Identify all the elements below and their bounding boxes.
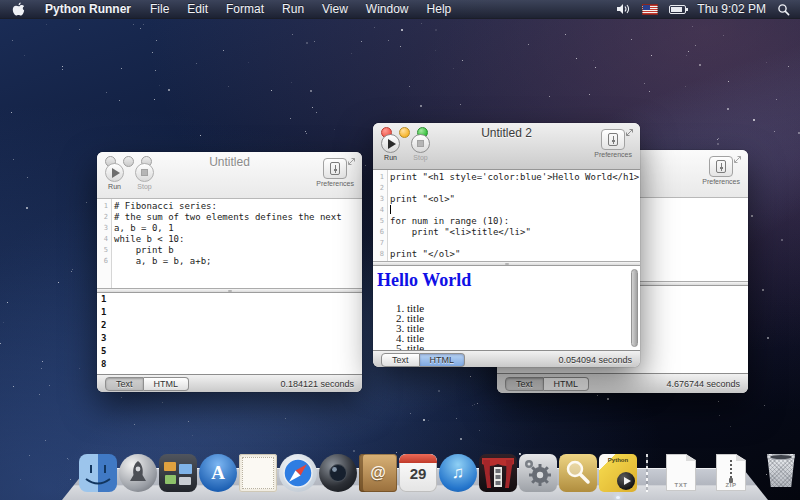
code-line: print "<ol>" bbox=[386, 194, 455, 205]
stop-button[interactable]: Stop bbox=[135, 163, 154, 190]
run-time-status: 0.054094 seconds bbox=[558, 355, 632, 365]
dock-finder[interactable] bbox=[79, 454, 117, 492]
code-line: a, b = b, a+b; bbox=[110, 256, 212, 267]
safari-icon bbox=[279, 454, 317, 492]
output-line: 5 bbox=[97, 345, 362, 358]
minimize-button[interactable] bbox=[399, 127, 410, 138]
code-line: for num in range (10): bbox=[386, 216, 509, 227]
segment-text[interactable]: Text bbox=[505, 377, 544, 391]
finder-icon bbox=[79, 454, 117, 492]
output-line: 8 bbox=[97, 358, 362, 371]
dock: A @ bbox=[78, 452, 800, 492]
status-bar: Text HTML 0.184121 seconds bbox=[97, 374, 362, 392]
dock-calendar[interactable]: 29 bbox=[399, 454, 437, 492]
battery-icon[interactable] bbox=[669, 5, 686, 14]
volume-icon[interactable] bbox=[616, 3, 631, 15]
python-runner-icon: Python bbox=[599, 454, 637, 492]
list-item: title bbox=[407, 333, 640, 343]
code-editor[interactable]: 1print "<h1 style='color:blue'>Hello Wor… bbox=[373, 170, 640, 261]
stop-icon bbox=[141, 169, 148, 176]
window-untitled-2: Untitled 2 Run Stop Preferences bbox=[373, 123, 640, 367]
preferences-button[interactable]: Preferences bbox=[702, 156, 740, 185]
preferences-button[interactable]: Preferences bbox=[316, 158, 354, 187]
run-time-status: 0.184121 seconds bbox=[280, 379, 354, 389]
menu-edit[interactable]: Edit bbox=[178, 2, 217, 16]
minimize-button[interactable] bbox=[123, 156, 134, 167]
scrollbar-thumb[interactable] bbox=[631, 269, 638, 347]
status-bar: Text HTML 4.676744 seconds bbox=[497, 373, 748, 393]
dock-divider bbox=[640, 452, 654, 492]
play-badge-icon bbox=[617, 472, 635, 490]
menu-run[interactable]: Run bbox=[273, 2, 313, 16]
run-button[interactable]: Run bbox=[381, 134, 400, 161]
text-cursor bbox=[390, 205, 391, 214]
preferences-icon bbox=[330, 162, 340, 175]
keyboard-flag-us-icon[interactable] bbox=[642, 4, 658, 15]
code-editor[interactable]: 1# Fibonacci series: 2# the sum of two e… bbox=[97, 199, 362, 288]
spotlight-icon[interactable] bbox=[777, 3, 790, 16]
dock-mission-control[interactable] bbox=[159, 454, 197, 492]
dock-trash[interactable] bbox=[762, 454, 800, 492]
dock-launchpad[interactable] bbox=[119, 454, 157, 492]
toolbar: Run Stop Preferences bbox=[373, 143, 640, 169]
stop-icon bbox=[417, 140, 424, 147]
dock-safari[interactable] bbox=[279, 454, 317, 492]
segment-text[interactable]: Text bbox=[381, 353, 420, 367]
toolbar: Run Stop Preferences bbox=[97, 172, 362, 198]
dock-txt-document[interactable]: TXT bbox=[662, 454, 700, 492]
calendar-icon: 29 bbox=[399, 454, 437, 492]
menu-format[interactable]: Format bbox=[217, 2, 273, 16]
status-bar: Text HTML 0.054094 seconds bbox=[373, 350, 640, 367]
output-pane-html[interactable]: Hello World title title title title titl… bbox=[373, 266, 640, 350]
menu-view[interactable]: View bbox=[313, 2, 357, 16]
output-line: 2 bbox=[97, 319, 362, 332]
txt-label: TXT bbox=[666, 482, 696, 488]
dock-itunes[interactable]: ♫ bbox=[439, 454, 477, 492]
trash-icon bbox=[766, 454, 796, 487]
dock-mail[interactable] bbox=[239, 454, 277, 492]
output-pane[interactable]: 1 1 2 3 5 8 bbox=[97, 293, 362, 374]
output-mode-toggle: Text HTML bbox=[505, 377, 589, 391]
zip-label: ZIP bbox=[716, 482, 746, 488]
output-mode-toggle: Text HTML bbox=[381, 353, 465, 367]
stop-button[interactable]: Stop bbox=[411, 134, 430, 161]
preferences-button[interactable]: Preferences bbox=[594, 129, 632, 158]
code-line bbox=[386, 238, 390, 249]
segment-html[interactable]: HTML bbox=[144, 377, 190, 391]
apple-menu[interactable] bbox=[0, 0, 35, 18]
dock-camera[interactable] bbox=[319, 454, 357, 492]
code-line: print "<li>title</li>" bbox=[386, 227, 531, 238]
code-line: # Fibonacci series: bbox=[110, 201, 217, 212]
list-item: title bbox=[407, 323, 640, 333]
run-button[interactable]: Run bbox=[105, 163, 124, 190]
menu-app-name[interactable]: Python Runner bbox=[35, 2, 141, 16]
segment-html[interactable]: HTML bbox=[544, 377, 590, 391]
menu-clock[interactable]: Thu 9:02 PM bbox=[697, 2, 766, 16]
mission-control-icon bbox=[159, 454, 197, 492]
menu-window[interactable]: Window bbox=[357, 2, 418, 16]
launchpad-icon bbox=[119, 454, 157, 492]
output-line: 3 bbox=[97, 332, 362, 345]
list-item: title bbox=[407, 313, 640, 323]
dock-app-store[interactable]: A bbox=[199, 454, 237, 492]
code-line: # the sum of two elements defines the ne… bbox=[110, 212, 342, 223]
dock-python-runner[interactable]: Python bbox=[599, 454, 637, 492]
code-line: print b bbox=[110, 245, 174, 256]
dock-address-book[interactable]: @ bbox=[359, 454, 397, 492]
dock-search-utility[interactable] bbox=[559, 454, 597, 492]
dock-system-preferences[interactable] bbox=[519, 454, 557, 492]
menu-help[interactable]: Help bbox=[418, 2, 461, 16]
menu-file[interactable]: File bbox=[141, 2, 178, 16]
address-book-icon: @ bbox=[359, 454, 397, 492]
code-line: while b < 10: bbox=[110, 234, 184, 245]
code-line bbox=[386, 183, 390, 194]
segment-text[interactable]: Text bbox=[105, 377, 144, 391]
output-mode-toggle: Text HTML bbox=[105, 377, 189, 391]
app-store-icon: A bbox=[199, 454, 237, 492]
dock-photo-booth[interactable] bbox=[479, 454, 517, 492]
list-item: title bbox=[407, 303, 640, 313]
dock-zip-archive[interactable]: ZIP bbox=[712, 454, 750, 492]
play-icon bbox=[388, 139, 396, 149]
segment-html[interactable]: HTML bbox=[420, 353, 466, 367]
window-untitled: Untitled Run Stop Preferences bbox=[97, 152, 362, 392]
